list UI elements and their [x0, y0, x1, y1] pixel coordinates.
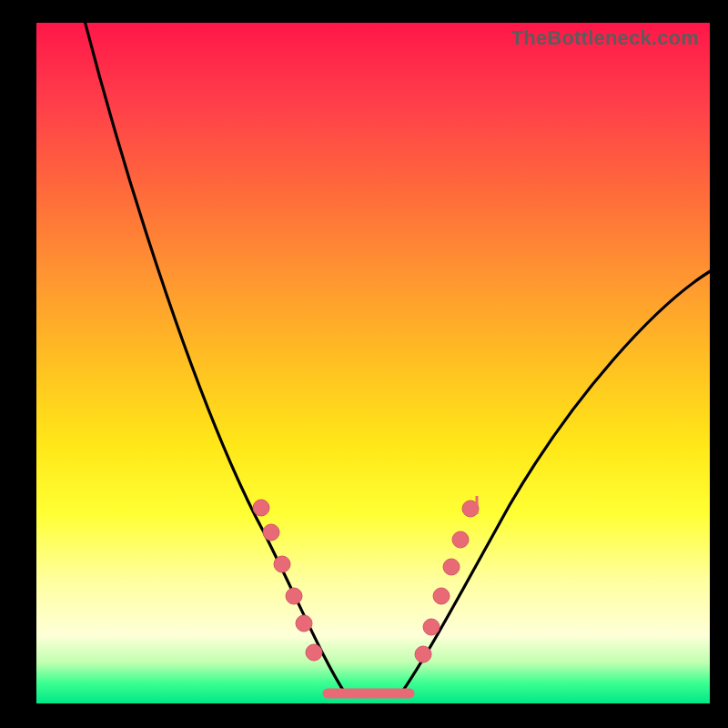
marker-left-5 — [296, 615, 312, 632]
plot-area: TheBottleneck.com — [36, 23, 710, 703]
marker-left-6 — [306, 644, 322, 661]
marker-right-3 — [433, 588, 450, 604]
bottleneck-curve — [83, 23, 710, 694]
marker-right-5 — [452, 531, 469, 548]
marker-right-4 — [443, 559, 460, 575]
marker-right-2 — [423, 619, 440, 635]
marker-left-2 — [263, 524, 279, 541]
marker-left-4 — [286, 588, 302, 604]
marker-left-1 — [253, 500, 269, 516]
marker-left-3 — [274, 556, 290, 572]
curve-svg — [36, 23, 710, 703]
chart-frame: TheBottleneck.com — [0, 0, 728, 728]
marker-right-1 — [415, 646, 431, 662]
